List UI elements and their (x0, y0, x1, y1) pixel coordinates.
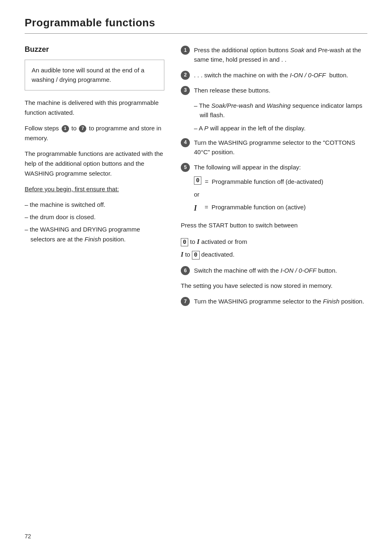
list-item: the drum door is closed. (25, 212, 164, 222)
step-text-1: Press the additional option buttons Soak… (194, 45, 367, 65)
step-text-5: The following will appear in the display… (194, 162, 367, 172)
display-off-char: 0 (194, 176, 201, 185)
display-on-line: I = Programmable function on (active) (194, 202, 367, 215)
display-off-block: 0 = Programmable function off (de-activa… (194, 176, 367, 187)
info-box-text: An audible tone will sound at the end of… (32, 67, 144, 83)
page-number: 72 (25, 533, 31, 540)
display-on-block: I = Programmable function on (active) (194, 202, 367, 215)
switch-char-0b: 0 (192, 251, 199, 259)
switch-line-1: 0 to I activated or from (181, 236, 367, 247)
steps-list: 1 Press the additional option buttons So… (181, 45, 367, 95)
para2: Follow steps 1 to 7 to programme and sto… (25, 123, 164, 143)
step-num-3: 3 (181, 86, 190, 95)
para2-prefix: Follow steps (25, 125, 59, 132)
step-num-6: 6 (181, 266, 190, 275)
step-item-3: 3 Then release these buttons. (181, 86, 367, 95)
step-num-1: 1 (181, 46, 190, 55)
step-text-4: Turn the WASHING programme selector to t… (194, 138, 367, 157)
step-text-6: Switch the machine off with the I-ON / 0… (194, 266, 367, 275)
step-text-3: Then release these buttons. (194, 86, 367, 95)
para2-to: to (71, 125, 78, 132)
step-num-4: 4 (181, 138, 190, 147)
stored-text: The setting you have selected is now sto… (181, 281, 367, 291)
display-on-label: Programmable function on (active) (212, 202, 306, 213)
display-off-label: Programmable function off (de-activated) (212, 176, 323, 187)
switch-text: Press the START button to switch between (181, 220, 367, 230)
step-end-bullet: 7 (79, 125, 86, 132)
display-on-char: I (194, 202, 201, 215)
main-content: Buzzer An audible tone will sound at the… (25, 45, 367, 312)
switch-to-text2: to (185, 251, 192, 258)
step-item-4: 4 Turn the WASHING programme selector to… (181, 138, 367, 157)
info-box: An audible tone will sound at the end of… (25, 60, 164, 90)
switch-char-0a: 0 (181, 238, 188, 247)
dash-item-2: A P will appear in the left of the displ… (194, 123, 367, 133)
or-line: or (194, 191, 367, 198)
step-item-7: 7 Turn the WASHING programme selector to… (181, 297, 367, 306)
display-on-equals: = (205, 202, 208, 213)
dash-item-1: The Soak/Pre-wash and Washing sequence i… (194, 101, 367, 120)
before-heading: Before you begin, first ensure that: (25, 184, 164, 194)
left-column: Buzzer An audible tone will sound at the… (25, 45, 164, 250)
switch-deactivated: deactivated. (201, 251, 235, 258)
step-item-5: 5 The following will appear in the displ… (181, 162, 367, 172)
switch-line-2: I to 0 deactivated. (181, 249, 367, 260)
step-num-7: 7 (181, 297, 190, 306)
step-num-2: 2 (181, 71, 190, 80)
bullet-list: the machine is switched off. the drum do… (25, 200, 164, 244)
switch-activated: activated or from (201, 238, 247, 245)
list-item: the WASHING and DRYING programme selecto… (25, 225, 164, 244)
step-item-2: 2 . . . switch the machine on with the I… (181, 70, 367, 80)
display-off-line: 0 = Programmable function off (de-activa… (194, 176, 367, 187)
title-divider (25, 33, 367, 34)
page-title: Programmable functions (25, 16, 367, 29)
step-text-7: Turn the WASHING programme selector to t… (194, 297, 367, 306)
section-title: Buzzer (25, 45, 164, 54)
display-off-equals: = (205, 176, 208, 187)
para3: The programmable functions are activated… (25, 149, 164, 178)
step-item-1: 1 Press the additional option buttons So… (181, 45, 367, 65)
step-text-2: . . . switch the machine on with the I-O… (194, 70, 367, 80)
step-start-bullet: 1 (62, 125, 69, 132)
switch-char-I2: I (181, 251, 183, 258)
step-item-6: 6 Switch the machine off with the I-ON /… (181, 266, 367, 275)
step-num-5: 5 (181, 163, 190, 172)
dash-list-1: The Soak/Pre-wash and Washing sequence i… (194, 101, 367, 133)
para1: The machine is delivered with this progr… (25, 98, 164, 118)
switch-to-text: to (190, 238, 197, 245)
switch-char-I: I (197, 238, 199, 245)
right-column: 1 Press the additional option buttons So… (181, 45, 367, 312)
list-item: the machine is switched off. (25, 200, 164, 210)
